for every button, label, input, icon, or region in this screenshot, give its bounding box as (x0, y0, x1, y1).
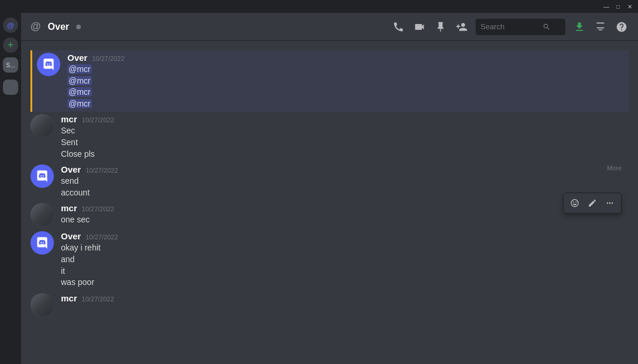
hover-actions (563, 193, 622, 214)
video-call-icon[interactable] (412, 20, 427, 34)
message-group: mcr10/27/2022SecSentClose pls (30, 112, 629, 162)
status-dot (76, 25, 81, 29)
message-text: Close pls (61, 149, 629, 160)
message-author: mcr (61, 293, 77, 303)
channel-name: Over (48, 22, 69, 32)
message-group: Over10/27/2022@mcr@mcr@mcr@mcr (30, 50, 629, 112)
mention[interactable]: @mcr (67, 76, 92, 85)
message-header: mcr10/27/2022 (61, 293, 629, 303)
message-group: Over10/27/2022sendaccountMore (30, 162, 629, 201)
message-content: Over10/27/2022okay i rehitanditwas poor (61, 231, 629, 288)
message-author: mcr (61, 203, 77, 213)
message-header: Over10/27/2022 (67, 53, 629, 63)
minimize-button[interactable]: — (603, 3, 610, 10)
add-member-icon[interactable] (455, 20, 469, 34)
message-text: @mcr (67, 98, 629, 110)
message-text: okay i rehit (61, 242, 629, 254)
message-group: Over10/27/2022okay i rehitanditwas poor (30, 229, 629, 290)
search-icon (543, 23, 551, 31)
avatar (30, 164, 54, 188)
avatar (37, 53, 60, 76)
server-sidebar: @ + S... (0, 13, 21, 364)
add-server-button[interactable]: + (3, 37, 18, 53)
message-timestamp: 10/27/2022 (82, 116, 114, 123)
message-author: Over (61, 231, 81, 241)
message-header: Over10/27/2022 (61, 164, 629, 174)
message-header: mcr10/27/2022 (61, 114, 629, 124)
message-text: was poor (61, 277, 629, 289)
messages-area[interactable]: Over10/27/2022@mcr@mcr@mcr@mcrmcr10/27/2… (21, 41, 638, 364)
message-text: @mcr (67, 64, 629, 75)
message-header: mcr10/27/2022 (61, 203, 629, 213)
message-text: one sec (61, 214, 629, 226)
message-text: Sec (61, 125, 629, 137)
server-icon-extra[interactable] (3, 80, 18, 95)
message-timestamp: 10/27/2022 (82, 205, 114, 212)
message-content: mcr10/27/2022SecSentClose pls (61, 114, 629, 160)
at-symbol: @ (30, 20, 41, 33)
message-author: mcr (61, 114, 77, 124)
message-text: account (61, 187, 629, 199)
avatar (30, 114, 54, 138)
message-content: Over10/27/2022sendaccount (61, 164, 629, 198)
server-icon-dm[interactable]: @ (3, 18, 18, 33)
message-text: and (61, 254, 629, 266)
message-timestamp: 10/27/2022 (92, 55, 124, 62)
message-timestamp: 10/27/2022 (82, 296, 114, 303)
message-text: send (61, 176, 629, 187)
search-bar[interactable] (476, 19, 565, 35)
message-content: Over10/27/2022@mcr@mcr@mcr@mcr (67, 53, 629, 109)
avatar (30, 231, 54, 255)
screen-share-icon[interactable] (593, 20, 608, 34)
message-content: mcr10/27/2022 (61, 293, 629, 317)
mention[interactable]: @mcr (67, 64, 92, 74)
avatar (30, 293, 54, 317)
help-icon[interactable] (615, 20, 629, 34)
title-bar: — □ ✕ (0, 0, 638, 13)
message-text: @mcr (67, 75, 629, 87)
more-label: More (607, 164, 622, 171)
message-header: Over10/27/2022 (61, 231, 629, 241)
more-actions-button[interactable] (602, 195, 617, 211)
pin-icon[interactable] (434, 20, 448, 34)
message-timestamp: 10/27/2022 (86, 167, 118, 174)
close-button[interactable]: ✕ (626, 3, 633, 10)
app-layout: @ + S... @ Over (0, 13, 638, 364)
search-input[interactable] (480, 22, 539, 31)
message-text: @mcr (67, 87, 629, 98)
message-content: mcr10/27/2022one sec (61, 203, 629, 226)
add-reaction-button[interactable] (567, 195, 582, 211)
mention[interactable]: @mcr (67, 87, 92, 97)
message-timestamp: 10/27/2022 (86, 233, 118, 241)
message-group: mcr10/27/2022one sec (30, 201, 629, 229)
message-text: it (61, 266, 629, 277)
message-author: Over (61, 164, 81, 174)
avatar (30, 203, 54, 226)
maximize-button[interactable]: □ (615, 3, 622, 10)
main-content: @ Over (21, 13, 638, 364)
message-author: Over (67, 53, 87, 63)
server-icon-s[interactable]: S... (3, 57, 18, 73)
download-icon[interactable] (572, 20, 586, 34)
mention[interactable]: @mcr (67, 99, 92, 108)
edit-message-button[interactable] (585, 195, 600, 211)
message-group: mcr10/27/2022 (30, 291, 629, 319)
phone-call-icon[interactable] (391, 20, 405, 34)
header-bar: @ Over (21, 13, 638, 41)
message-text: Sent (61, 137, 629, 149)
